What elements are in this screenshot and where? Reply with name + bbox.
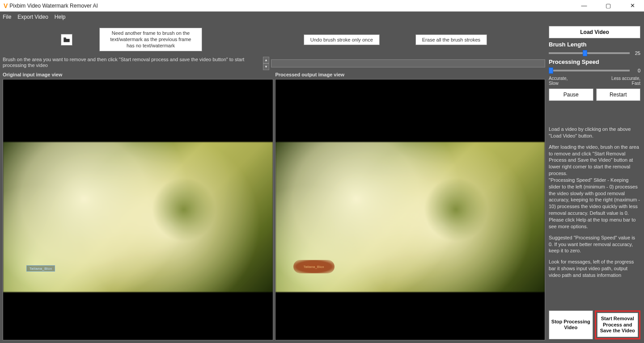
folder-icon bbox=[63, 37, 70, 43]
start-removal-button[interactable]: Start Removal Process and Save the Video bbox=[597, 313, 639, 337]
slow-label: Slow bbox=[549, 81, 568, 86]
processed-view-label: Processed output image view bbox=[275, 71, 546, 78]
need-another-frame-button[interactable]: Need another frame to brush on the text/… bbox=[99, 28, 202, 51]
menu-file[interactable]: File bbox=[3, 14, 11, 20]
brush-length-label: Brush Length bbox=[549, 41, 640, 48]
fast-label: Fast bbox=[611, 81, 640, 86]
processing-speed-slider[interactable] bbox=[549, 70, 630, 71]
undo-brush-button[interactable]: Undo brush stroke only once bbox=[304, 34, 380, 45]
processed-image-view: Tatiana_Blox bbox=[275, 79, 546, 340]
processing-speed-thumb[interactable] bbox=[549, 67, 553, 74]
load-video-button[interactable]: Load Video bbox=[549, 26, 640, 38]
pause-button[interactable]: Pause bbox=[549, 88, 593, 101]
processing-speed-value: 0 bbox=[632, 68, 640, 73]
menu-help[interactable]: Help bbox=[55, 14, 66, 20]
maximize-icon[interactable]: ▢ bbox=[600, 2, 616, 9]
processing-speed-label: Processing Speed bbox=[549, 59, 640, 65]
window-title: Pixbim Video Watermark Remover AI bbox=[9, 3, 97, 9]
less-accurate-label: Less accurate, bbox=[611, 76, 640, 81]
watermark-original: Tatiana_Blox bbox=[26, 265, 55, 272]
progress-bar bbox=[271, 59, 545, 67]
brush-length-value: 25 bbox=[632, 50, 640, 56]
titlebar: V Pixbim Video Watermark Remover AI — ▢ … bbox=[0, 0, 644, 12]
restart-button[interactable]: Restart bbox=[596, 88, 641, 101]
accurate-label: Accurate, bbox=[549, 76, 568, 81]
close-icon[interactable]: ✕ bbox=[624, 2, 640, 9]
start-button-highlight: Start Removal Process and Save the Video bbox=[595, 310, 641, 339]
minimize-icon[interactable]: — bbox=[576, 2, 592, 9]
spinner-down-icon[interactable]: ▼ bbox=[263, 63, 269, 70]
brush-length-slider[interactable] bbox=[549, 52, 630, 54]
original-view-label: Original input image view bbox=[3, 71, 273, 78]
sidebar: Load Video Brush Length 25 Processing Sp… bbox=[548, 22, 644, 343]
brush-length-thumb[interactable] bbox=[583, 50, 587, 56]
erase-all-button[interactable]: Erase all the brush strokes bbox=[415, 34, 487, 45]
watermark-brushed: Tatiana_Blox bbox=[293, 260, 335, 273]
spinner-up-icon[interactable]: ▲ bbox=[263, 57, 269, 63]
menubar: File Export Video Help bbox=[0, 12, 644, 22]
message-spinner: ▲ ▼ bbox=[263, 57, 269, 70]
toolbar: Need another frame to brush on the text/… bbox=[3, 25, 545, 56]
app-logo-icon: V bbox=[4, 2, 8, 9]
window-controls: — ▢ ✕ bbox=[576, 2, 640, 9]
open-folder-button[interactable] bbox=[61, 34, 72, 46]
instructions-text: Load a video by clicking on the above "L… bbox=[549, 126, 640, 283]
menu-export-video[interactable]: Export Video bbox=[17, 14, 48, 20]
status-message: Brush on the area you want to remove and… bbox=[3, 57, 261, 70]
original-image-view[interactable]: Tatiana_Blox bbox=[3, 79, 273, 340]
stop-processing-button[interactable]: Stop Processing Video bbox=[549, 310, 593, 339]
